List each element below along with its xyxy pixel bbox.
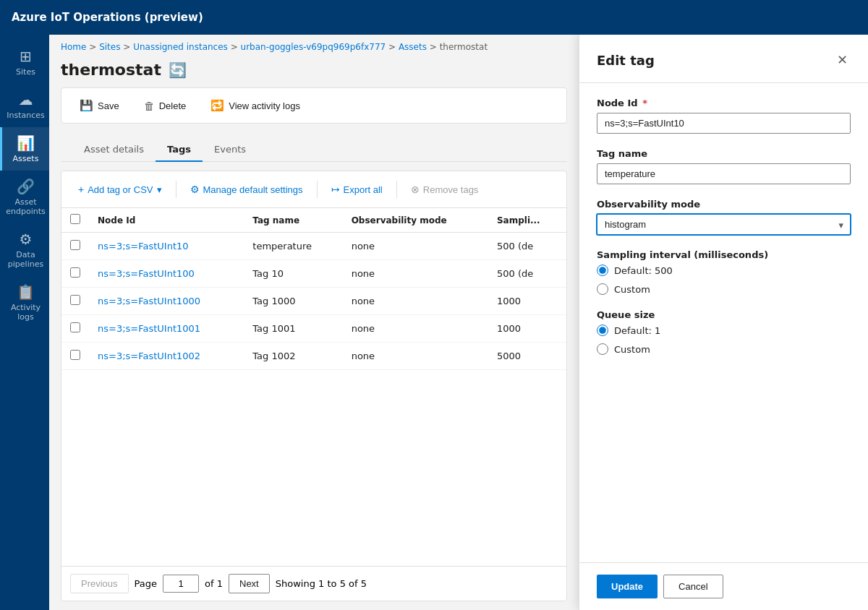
required-indicator: * <box>642 98 647 108</box>
row-node-id[interactable]: ns=3;s=FastUInt100 <box>89 260 244 288</box>
breadcrumb-home[interactable]: Home <box>61 42 86 52</box>
row-checkbox-cell <box>61 343 89 370</box>
sites-icon: ⊞ <box>20 48 32 65</box>
row-checkbox[interactable] <box>70 267 80 278</box>
sidebar: ⊞ Sites ☁ Instances 📊 Assets 🔗 Asset end… <box>0 35 49 610</box>
table-header-row: Node Id Tag name Observability mode Samp… <box>61 208 566 233</box>
row-node-id[interactable]: ns=3;s=FastUInt1000 <box>89 288 244 315</box>
edit-panel-body: Node Id * Tag name Observability mode no… <box>579 83 868 562</box>
sidebar-label-data-pipelines: Data pipelines <box>7 250 45 269</box>
previous-button[interactable]: Previous <box>70 574 129 593</box>
breadcrumb-sites[interactable]: Sites <box>99 42 120 52</box>
tab-events[interactable]: Events <box>203 138 258 162</box>
queue-custom-label: Custom <box>614 344 650 355</box>
row-node-id[interactable]: ns=3;s=FastUInt1001 <box>89 315 244 343</box>
top-bar: Azure IoT Operations (preview) <box>0 0 868 35</box>
sampling-custom-option[interactable]: Custom <box>597 283 851 295</box>
sidebar-label-sites: Sites <box>16 67 35 77</box>
sampling-custom-radio[interactable] <box>597 283 608 295</box>
tag-name-field: Tag name <box>597 148 851 184</box>
sidebar-item-sites[interactable]: ⊞ Sites <box>0 40 49 84</box>
observability-select-wrapper: none gauge counter histogram <box>597 214 851 235</box>
next-button[interactable]: Next <box>229 574 270 593</box>
cancel-button[interactable]: Cancel <box>663 575 723 598</box>
tags-table: Node Id Tag name Observability mode Samp… <box>61 208 566 370</box>
row-checkbox-cell <box>61 233 89 260</box>
observability-select[interactable]: none gauge counter histogram <box>597 214 851 235</box>
queue-default-label: Default: 1 <box>614 325 660 336</box>
queue-default-radio[interactable] <box>597 325 608 336</box>
activity-logs-icon: 📋 <box>17 283 35 301</box>
tab-tags[interactable]: Tags <box>156 138 203 162</box>
queue-field: Queue size Default: 1 Custom <box>597 309 851 355</box>
sampling-default-option[interactable]: Default: 500 <box>597 265 851 276</box>
manage-settings-button[interactable]: ⚙ Manage default settings <box>182 179 311 200</box>
tabs: Asset details Tags Events <box>61 129 567 162</box>
sidebar-label-instances: Instances <box>7 111 45 120</box>
remove-icon: ⊗ <box>411 184 420 195</box>
sidebar-item-instances[interactable]: ☁ Instances <box>0 84 49 127</box>
export-button[interactable]: ↦ Export all <box>323 179 391 200</box>
add-tag-button[interactable]: + Add tag or CSV ▾ <box>70 179 170 200</box>
tags-panel: + Add tag or CSV ▾ ⚙ Manage default sett… <box>61 171 567 601</box>
row-checkbox[interactable] <box>70 350 80 360</box>
queue-default-option[interactable]: Default: 1 <box>597 325 851 336</box>
breadcrumb-assets[interactable]: Assets <box>399 42 427 52</box>
tab-asset-details[interactable]: Asset details <box>72 138 156 162</box>
sampling-label: Sampling interval (milliseconds) <box>597 249 851 260</box>
of-label: of 1 <box>205 578 223 589</box>
breadcrumb-device[interactable]: urban-goggles-v69pq969p6fx777 <box>241 42 386 52</box>
sampling-radio-group: Default: 500 Custom <box>597 265 851 295</box>
content-area: Home > Sites > Unassigned instances > ur… <box>49 35 579 610</box>
node-id-input[interactable] <box>597 113 851 134</box>
remove-tags-button[interactable]: ⊗ Remove tags <box>403 179 487 200</box>
sidebar-item-activity-logs[interactable]: 📋 Activity logs <box>0 276 49 329</box>
table-body: ns=3;s=FastUInt10 temperature none 500 (… <box>61 233 566 370</box>
row-checkbox[interactable] <box>70 295 80 305</box>
close-edit-panel-button[interactable]: ✕ <box>834 49 851 71</box>
row-checkbox-cell <box>61 288 89 315</box>
table-row: ns=3;s=FastUInt10 temperature none 500 (… <box>61 233 566 260</box>
sidebar-item-data-pipelines[interactable]: ⚙ Data pipelines <box>0 223 49 276</box>
save-button[interactable]: 💾 Save <box>70 94 129 117</box>
tags-table-container: Node Id Tag name Observability mode Samp… <box>61 208 566 566</box>
sampling-default-label: Default: 500 <box>614 265 673 276</box>
data-pipelines-icon: ⚙ <box>20 231 33 248</box>
asset-endpoints-icon: 🔗 <box>17 178 35 195</box>
sidebar-item-asset-endpoints[interactable]: 🔗 Asset endpoints <box>0 171 49 223</box>
select-all-checkbox[interactable] <box>70 214 80 224</box>
sampling-default-radio[interactable] <box>597 265 608 276</box>
col-node-id: Node Id <box>89 208 244 233</box>
breadcrumb-unassigned-instances[interactable]: Unassigned instances <box>133 42 228 52</box>
delete-button[interactable]: 🗑 Delete <box>135 95 196 117</box>
update-button[interactable]: Update <box>597 575 658 598</box>
row-checkbox[interactable] <box>70 322 80 332</box>
row-checkbox-cell <box>61 315 89 343</box>
row-node-id[interactable]: ns=3;s=FastUInt1002 <box>89 343 244 370</box>
tag-name-input[interactable] <box>597 163 851 184</box>
row-sampling: 5000 <box>488 343 566 370</box>
sidebar-label-asset-endpoints: Asset endpoints <box>6 197 46 216</box>
edit-panel-header: Edit tag ✕ <box>579 35 868 83</box>
edit-panel: Edit tag ✕ Node Id * Tag name Observabil… <box>579 35 868 610</box>
page-input[interactable] <box>163 575 199 593</box>
row-tag-name: Tag 1000 <box>244 288 342 315</box>
sidebar-label-activity-logs: Activity logs <box>7 303 45 322</box>
row-node-id[interactable]: ns=3;s=FastUInt10 <box>89 233 244 260</box>
sidebar-label-assets: Assets <box>13 154 39 163</box>
row-obs-mode: none <box>343 343 488 370</box>
row-checkbox[interactable] <box>70 240 80 250</box>
queue-custom-radio[interactable] <box>597 343 608 355</box>
row-obs-mode: none <box>343 233 488 260</box>
showing-text: Showing 1 to 5 of 5 <box>276 578 367 589</box>
node-id-label: Node Id * <box>597 98 851 108</box>
edit-panel-footer: Update Cancel <box>579 562 868 610</box>
toolbar-separator-1 <box>176 181 176 198</box>
col-tag-name: Tag name <box>244 208 342 233</box>
main-layout: ⊞ Sites ☁ Instances 📊 Assets 🔗 Asset end… <box>0 35 868 610</box>
view-activity-logs-button[interactable]: 🔁 View activity logs <box>201 94 310 117</box>
queue-custom-option[interactable]: Custom <box>597 343 851 355</box>
sidebar-item-assets[interactable]: 📊 Assets <box>0 127 49 171</box>
observability-label: Observability mode <box>597 199 851 210</box>
sampling-custom-label: Custom <box>614 284 650 295</box>
